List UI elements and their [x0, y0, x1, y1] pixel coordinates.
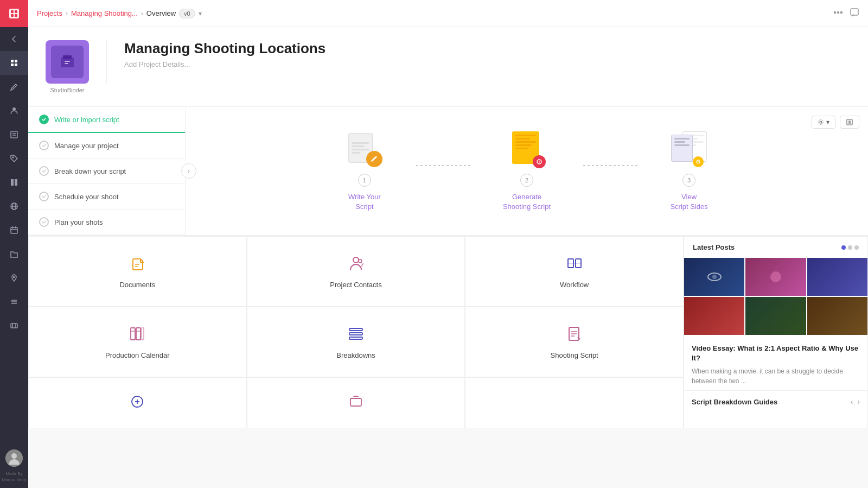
main-content: Projects › Managing Shooting... › Overvi…	[28, 0, 868, 488]
sidebar-film-icon[interactable]	[0, 314, 28, 338]
svg-rect-14	[11, 179, 14, 186]
shooting-script-tile[interactable]: Shooting Script	[465, 307, 684, 377]
svg-point-50	[353, 257, 359, 263]
step-3-badge: 3	[682, 174, 695, 187]
guides-next-button[interactable]: ›	[857, 397, 860, 406]
svg-point-33	[838, 11, 839, 13]
more-options-button[interactable]	[833, 8, 843, 20]
breadcrumb-sep-2: ›	[141, 10, 143, 17]
svg-rect-68	[350, 398, 361, 406]
sidebar-book-icon[interactable]	[0, 123, 28, 147]
sidebar-grid-icon[interactable]	[0, 170, 28, 194]
svg-rect-27	[11, 324, 17, 328]
step-breakdown[interactable]: Break down your script	[28, 159, 185, 184]
extra-icon-2	[348, 394, 363, 411]
step-shots[interactable]: Plan your shots	[28, 210, 185, 235]
production-calendar-label: Production Calendar	[105, 351, 170, 359]
step-schedule[interactable]: Schedule your shoot	[28, 184, 185, 210]
view-sides-icon	[670, 130, 708, 168]
latest-posts-title: Latest Posts	[693, 243, 735, 251]
dot-1[interactable]	[841, 245, 846, 250]
svg-point-13	[12, 157, 14, 158]
dot-3[interactable]	[854, 245, 859, 250]
version-badge[interactable]: v0	[179, 9, 195, 18]
step-breakdown-circle	[39, 166, 49, 176]
sidebar-person-icon[interactable]	[0, 99, 28, 123]
breakdowns-tile[interactable]: Breakdowns	[247, 307, 465, 377]
shooting-script-label: Shooting Script	[551, 351, 598, 359]
documents-tile[interactable]: Documents	[28, 236, 247, 307]
step-schedule-circle	[39, 192, 49, 201]
breadcrumb-sep-1: ›	[66, 10, 68, 17]
project-contacts-tile[interactable]: Project Contacts	[247, 236, 465, 307]
production-calendar-tile[interactable]: Production Calendar	[28, 307, 247, 377]
svg-rect-0	[9, 9, 19, 18]
step-manage[interactable]: Manage your project	[28, 133, 185, 159]
tiles-grid: Documents Project Contacts	[28, 236, 684, 428]
sidebar-location-icon[interactable]	[0, 266, 28, 290]
connector-2	[583, 165, 637, 166]
sidebar-layers-icon[interactable]	[0, 290, 28, 314]
step-write[interactable]: Write or import script	[28, 107, 185, 133]
script-step-3[interactable]: 3 View Script Sides	[670, 130, 708, 212]
list-view-button[interactable]	[840, 116, 859, 129]
sidebar-globe-icon[interactable]	[0, 194, 28, 218]
generate-script-icon	[508, 130, 546, 168]
script-step-2[interactable]: 2 Generate Shooting Script	[503, 130, 551, 212]
post-img-4	[684, 297, 744, 335]
write-script-icon	[346, 130, 384, 168]
chat-button[interactable]	[850, 8, 859, 20]
svg-rect-1	[11, 10, 14, 13]
svg-rect-56	[136, 328, 141, 340]
step-2-badge: 2	[520, 174, 533, 187]
sidebar-folder-icon[interactable]	[0, 242, 28, 266]
svg-rect-35	[851, 9, 858, 15]
svg-rect-6	[15, 60, 17, 62]
sidebar-back-icon[interactable]	[0, 27, 28, 51]
extra-tile-1[interactable]	[28, 377, 247, 428]
version-dropdown-icon[interactable]: ▾	[199, 10, 202, 17]
shooting-script-icon	[566, 325, 583, 345]
svg-point-23	[14, 276, 15, 278]
connector-1	[416, 165, 470, 166]
svg-point-9	[12, 107, 16, 111]
settings-dropdown-button[interactable]: ▾	[812, 116, 835, 129]
svg-rect-37	[63, 55, 72, 59]
sidebar-edit-icon[interactable]	[0, 75, 28, 99]
post-img-2	[745, 258, 806, 296]
production-calendar-icon	[129, 325, 146, 345]
sidebar-calendar-icon[interactable]	[0, 218, 28, 242]
project-logo[interactable]	[46, 40, 89, 84]
step-shots-label: Plan your shots	[54, 218, 103, 226]
sidebar-home-icon[interactable]	[0, 51, 28, 75]
script-step-1[interactable]: 1 Write Your Script	[346, 130, 384, 212]
post-img-1	[684, 258, 744, 296]
extra-tile-2[interactable]	[247, 377, 465, 428]
sidebar: Made ByLearnometry	[0, 0, 28, 488]
project-details[interactable]: Add Project Details...	[124, 60, 851, 68]
svg-rect-38	[65, 61, 70, 62]
dot-2[interactable]	[848, 245, 852, 250]
guides-prev-button[interactable]: ‹	[851, 397, 853, 406]
step-schedule-label: Schedule your shoot	[54, 193, 119, 201]
svg-rect-15	[15, 179, 17, 186]
workflow-tile[interactable]: Workflow	[465, 236, 684, 307]
carousel-indicators	[841, 245, 859, 250]
sidebar-logo[interactable]	[0, 0, 28, 27]
sidebar-tag-icon[interactable]	[0, 147, 28, 170]
header-divider	[106, 40, 107, 84]
svg-rect-39	[65, 63, 68, 64]
steps-toggle-button[interactable]: ›	[181, 163, 196, 179]
extra-tile-3[interactable]	[465, 377, 684, 428]
svg-rect-60	[349, 328, 362, 331]
project-contacts-label: Project Contacts	[330, 281, 381, 289]
user-avatar[interactable]	[5, 449, 23, 467]
post-title[interactable]: Video Essay: What is 2:1 Aspect Ratio & …	[692, 344, 860, 363]
extra-icon-1	[130, 394, 145, 411]
post-img-6	[807, 297, 867, 335]
project-logo-label: StudioBinder	[50, 87, 85, 93]
breadcrumb-project[interactable]: Managing Shooting...	[71, 9, 138, 17]
svg-rect-2	[15, 10, 17, 13]
documents-icon	[129, 255, 146, 274]
breadcrumb-projects[interactable]: Projects	[37, 9, 62, 17]
